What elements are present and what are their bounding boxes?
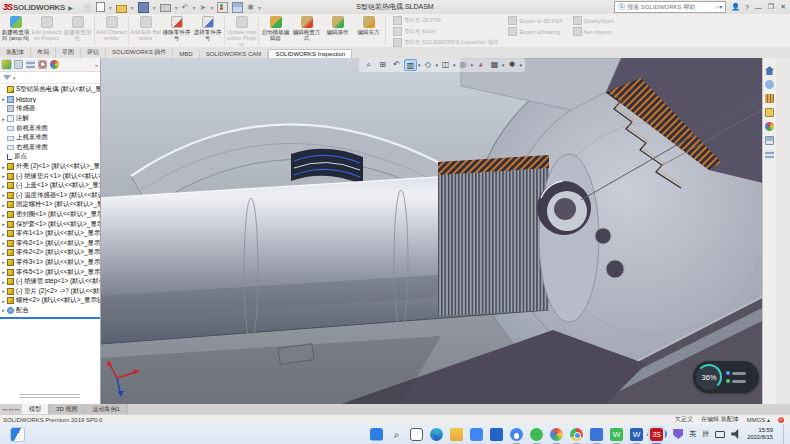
hide-show-items-icon[interactable]: ◎ bbox=[457, 59, 470, 71]
user-account-icon[interactable]: 👤 bbox=[731, 3, 740, 11]
tree-item[interactable]: ▸(-) 绝缘垫片<1> (默认<<默认>_显 bbox=[0, 171, 100, 181]
tab-layout[interactable]: 布局 bbox=[31, 47, 56, 58]
blue-app-icon[interactable] bbox=[590, 428, 603, 441]
panel-splitter[interactable] bbox=[0, 317, 100, 319]
tab-addins[interactable]: SOLIDWORKS 插件 bbox=[106, 47, 173, 58]
browser-icon[interactable] bbox=[550, 428, 563, 441]
menu-expand-arrow-icon[interactable]: ▶ bbox=[68, 4, 73, 11]
edit-appearance-icon[interactable]: ◕ bbox=[474, 59, 487, 71]
tree-item[interactable]: ▸前视基准面 bbox=[0, 123, 100, 133]
bolt-hole[interactable] bbox=[595, 228, 611, 244]
display-style-icon[interactable]: ◫ bbox=[439, 59, 452, 71]
tree-item[interactable]: ▸传感器 bbox=[0, 104, 100, 114]
close-button[interactable]: ✕ bbox=[780, 3, 786, 11]
volume-icon[interactable] bbox=[731, 429, 741, 439]
tree-filter[interactable]: ▾ bbox=[0, 72, 100, 84]
previous-view-icon[interactable]: ↶ bbox=[390, 59, 403, 71]
tree-item[interactable]: ▸保护套<1> (默认<<默认>_显示状 bbox=[0, 219, 100, 229]
tree-item[interactable]: ▸注解 bbox=[0, 114, 100, 124]
save-icon[interactable] bbox=[138, 2, 149, 13]
network-display-icon[interactable] bbox=[715, 431, 725, 438]
ime-language-indicator[interactable]: 英 bbox=[689, 429, 696, 439]
select-icon[interactable]: ➤ bbox=[200, 3, 207, 12]
custom-properties-icon[interactable] bbox=[765, 150, 774, 159]
minimize-button[interactable]: — bbox=[755, 4, 762, 11]
view-orientation-icon[interactable]: ◇ bbox=[422, 59, 435, 71]
design-library-icon[interactable] bbox=[765, 94, 774, 103]
tree-item[interactable]: ▸右视基准面 bbox=[0, 143, 100, 153]
wps-icon[interactable]: W bbox=[610, 428, 623, 441]
taskbar-search-icon[interactable]: ⌕ bbox=[390, 428, 403, 441]
undo-icon[interactable]: ↶ bbox=[182, 3, 189, 12]
zoom-area-icon[interactable]: ⊞ bbox=[376, 59, 389, 71]
open-icon[interactable] bbox=[116, 5, 127, 13]
select-balloons-button[interactable]: 选择零件序号 bbox=[192, 14, 223, 47]
configuration-manager-tab-icon[interactable] bbox=[26, 60, 35, 69]
notification-icon[interactable] bbox=[778, 417, 784, 423]
tree-item[interactable]: ▸零件3<1> (默认<<默认>_显示状 bbox=[0, 258, 100, 268]
feature-manager-tab-icon[interactable] bbox=[2, 60, 11, 69]
new-document-icon[interactable] bbox=[96, 2, 105, 12]
security-shield-icon[interactable] bbox=[673, 429, 683, 439]
units-selector[interactable]: MMGS ▴ bbox=[747, 416, 770, 423]
property-manager-tab-icon[interactable] bbox=[14, 60, 23, 69]
tree-item[interactable]: ▸(-) 温度传感器<1> (默认<<默认>_ bbox=[0, 191, 100, 201]
tree-item[interactable]: ▸零件1<1> (默认<<默认>_显示状 bbox=[0, 229, 100, 239]
section-view-icon[interactable]: ▥ bbox=[404, 59, 417, 71]
help-button[interactable]: ? bbox=[745, 4, 749, 11]
options-icon[interactable]: ✱ bbox=[247, 3, 254, 12]
tab-evaluate[interactable]: 评估 bbox=[81, 47, 106, 58]
tree-item[interactable]: ▸零件2<1> (默认<<默认>_显示状 bbox=[0, 239, 100, 249]
tree-item-mates[interactable]: ▸配合 bbox=[0, 306, 100, 316]
rebuild-icon[interactable] bbox=[217, 2, 228, 13]
home-icon[interactable] bbox=[83, 3, 92, 12]
graphics-viewport[interactable]: ⌕ ⊞ ↶ ▥▾ ◇▾ ◫▾ ◎▾ ◕ ▦▾ ✱▾ 36% bbox=[101, 58, 776, 404]
launch-template-editor-button[interactable]: 启动模板编辑器 bbox=[260, 14, 291, 47]
view-palette-icon[interactable] bbox=[765, 122, 774, 131]
tree-item[interactable]: ▸History bbox=[0, 95, 100, 105]
tree-root[interactable]: ▸S型铠装热电偶 (默认<默认_显示状态-1 bbox=[0, 85, 100, 95]
mail-icon[interactable] bbox=[470, 428, 483, 441]
show-desktop-button[interactable] bbox=[783, 424, 786, 444]
tab-cam[interactable]: SOLIDWORKS CAM bbox=[200, 50, 269, 58]
view-settings-icon[interactable]: ✱ bbox=[506, 59, 519, 71]
tab-inspection[interactable]: SOLIDWORKS Inspection bbox=[268, 49, 352, 58]
tab-model[interactable]: 模型 bbox=[22, 404, 49, 414]
tree-item[interactable]: ▸固定螺栓<1> (默认<<默认>_显示 bbox=[0, 200, 100, 210]
solidworks-taskbar-icon[interactable]: 3S bbox=[650, 428, 663, 441]
widgets-icon[interactable] bbox=[10, 427, 25, 442]
task-pane-home-icon[interactable] bbox=[765, 66, 774, 75]
screen-recorder-widget[interactable]: 36% bbox=[693, 361, 759, 393]
tab-motion-study[interactable]: 运动算例1 bbox=[85, 404, 127, 414]
dimxpert-manager-tab-icon[interactable] bbox=[38, 60, 47, 69]
counterbore-hole[interactable] bbox=[537, 181, 591, 235]
display-settings-icon[interactable] bbox=[232, 2, 243, 13]
filter-dropdown-icon[interactable]: ▾ bbox=[13, 75, 16, 81]
3d-model-canvas[interactable] bbox=[101, 58, 776, 404]
microsoft-store-icon[interactable] bbox=[490, 428, 503, 441]
edit-operation-button[interactable]: 编辑操作 bbox=[322, 14, 353, 47]
edge-browser-icon[interactable] bbox=[430, 428, 443, 441]
panel-drag-handle[interactable] bbox=[20, 392, 80, 400]
file-explorer-taskbar-icon[interactable] bbox=[450, 428, 463, 441]
tree-item[interactable]: ▸上视基准面 bbox=[0, 133, 100, 143]
print-icon[interactable] bbox=[160, 4, 171, 12]
tree-item[interactable]: ▸(-) 上盖<1> (默认<<默认>_显示状 bbox=[0, 181, 100, 191]
tree-item[interactable]: ▸零件2<2> (默认<<默认>_显示状 bbox=[0, 248, 100, 258]
edit-inspection-method-button[interactable]: 编辑检查方式 bbox=[291, 14, 322, 47]
tree-item[interactable]: ▸(-) 绝缘管.step<1> (默认<<默认> bbox=[0, 277, 100, 287]
word-app-icon[interactable]: W bbox=[630, 428, 643, 441]
tab-assembly[interactable]: 装配体 bbox=[0, 47, 31, 58]
panel-collapse-icon[interactable]: » bbox=[95, 62, 98, 68]
remove-balloons-button[interactable]: 移除零件序号 bbox=[161, 14, 192, 47]
ime-mode-indicator[interactable]: 拼 bbox=[702, 429, 709, 439]
start-button-icon[interactable] bbox=[370, 428, 383, 441]
tree-item[interactable]: ▸零件5<1> (默认<<默认>_显示状 bbox=[0, 267, 100, 277]
search-icon[interactable]: ⌕▾ bbox=[716, 3, 722, 11]
task-view-icon[interactable] bbox=[410, 428, 423, 441]
new-inspection-project-button[interactable]: 新建检查项目 (amp;N) bbox=[0, 14, 31, 47]
zoom-fit-icon[interactable]: ⌕ bbox=[362, 59, 375, 71]
end-boss[interactable] bbox=[539, 154, 599, 322]
tree-item[interactable]: ▸外壳 (2)<1> (默认<<默认>_显示状 bbox=[0, 162, 100, 172]
restore-button[interactable]: ❐ bbox=[768, 3, 774, 11]
